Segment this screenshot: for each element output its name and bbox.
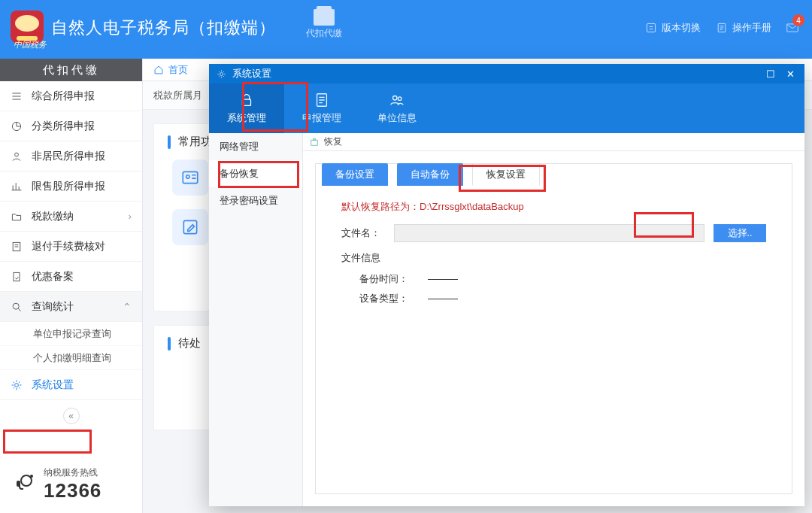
- side-item-label: 登录密码设置: [220, 194, 278, 208]
- file-input[interactable]: [394, 224, 704, 242]
- inner-tab-label: 备份设置: [335, 168, 374, 181]
- logo-subtext: 中国税务: [14, 39, 47, 50]
- breadcrumb-home: 首页: [168, 63, 188, 77]
- tab-report-management[interactable]: 申报管理: [284, 83, 359, 133]
- dialog-maximize-button[interactable]: ☐: [764, 68, 777, 80]
- sidebar-subitem-org-query[interactable]: 单位申报记录查询: [0, 322, 142, 346]
- file-info-title: 文件信息: [341, 251, 766, 265]
- dialog-sidebar: 网络管理 备份恢复 登录密码设置: [209, 133, 303, 506]
- app-header: 中国税务 自然人电子税务局（扣缴端） 代扣代缴 版本切换 操作手册 4: [0, 0, 812, 59]
- withholding-button[interactable]: 代扣代缴: [306, 6, 342, 40]
- dialog-subbody: 备份设置 自动备份 恢复设置 默认恢复路径为：D:\Zrrssglxt\data…: [303, 151, 804, 506]
- manual-label: 操作手册: [732, 21, 771, 35]
- sidebar-item-settings[interactable]: 系统设置: [0, 370, 142, 400]
- svg-rect-10: [17, 481, 20, 487]
- dialog-titlebar[interactable]: 系统设置 ☐ ✕: [209, 64, 804, 83]
- sidebar-item-label: 综合所得申报: [32, 90, 95, 103]
- mail-badge-count: 4: [792, 14, 804, 26]
- tile-edit[interactable]: [172, 209, 208, 245]
- restore-icon: [309, 137, 320, 147]
- home-icon: [153, 65, 164, 75]
- dialog-subheader-label: 恢复: [324, 135, 342, 148]
- bars-icon: [11, 181, 23, 193]
- version-switch-label: 版本切换: [662, 21, 701, 35]
- sidebar-item-label: 退付手续费核对: [32, 240, 105, 253]
- info-time-label: 备份时间：: [359, 273, 408, 284]
- person-icon: [11, 150, 23, 162]
- inner-tabstrip: 备份设置 自动备份 恢复设置: [322, 163, 540, 186]
- accent-bar-icon: [168, 135, 171, 149]
- tab-label: 申报管理: [302, 111, 341, 125]
- side-password[interactable]: 登录密码设置: [209, 187, 302, 214]
- inner-tab-recover-set[interactable]: 恢复设置: [472, 163, 540, 186]
- svg-point-4: [15, 153, 19, 156]
- svg-point-13: [186, 175, 189, 178]
- hint-prefix: 默认恢复路径为：: [341, 201, 420, 212]
- restore-card: 备份设置 自动备份 恢复设置 默认恢复路径为：D:\Zrrssglxt\data…: [315, 163, 792, 494]
- sidebar: 代扣代缴 综合所得申报 分类所得申报 非居民所得申报 限售股所得申报 税款缴纳 …: [0, 59, 143, 513]
- dialog-close-button[interactable]: ✕: [783, 68, 797, 80]
- sidebar-item-label: 优惠备案: [32, 270, 74, 284]
- group-icon: [389, 92, 405, 108]
- withholding-label: 代扣代缴: [306, 27, 342, 40]
- inner-tab-label: 恢复设置: [486, 168, 526, 181]
- app-title: 自然人电子税务局（扣缴端）: [51, 17, 276, 39]
- sidebar-title: 代扣代缴: [0, 59, 142, 81]
- form-icon: [314, 92, 330, 108]
- chevron-right-icon: ›: [129, 211, 132, 222]
- dialog-tabstrip: 系统管理 申报管理 单位信息: [209, 83, 804, 133]
- tax-period-label: 税款所属月: [153, 89, 202, 102]
- mail-button[interactable]: 4: [786, 22, 798, 34]
- tile-report[interactable]: [172, 159, 208, 196]
- id-icon: [180, 168, 200, 187]
- wallet-icon: [314, 9, 335, 26]
- file-row: 文件名： 选择..: [341, 224, 766, 242]
- manual-icon: [716, 22, 728, 34]
- hotline-label: 纳税服务热线: [44, 466, 102, 479]
- edit-icon: [180, 217, 200, 237]
- tab-org-info[interactable]: 单位信息: [359, 83, 435, 133]
- info-backup-time: 备份时间：: [341, 269, 766, 289]
- panel-pending-title: 待处: [178, 336, 201, 351]
- hotline: 纳税服务热线 12366: [15, 466, 102, 502]
- sidebar-item-query[interactable]: 查询统计 ⌃: [0, 292, 142, 322]
- sidebar-item-payment[interactable]: 税款缴纳 ›: [0, 202, 142, 232]
- svg-point-7: [13, 303, 19, 309]
- version-switch-link[interactable]: 版本切换: [645, 21, 701, 35]
- dialog-body: 网络管理 备份恢复 登录密码设置 恢复 备份设置 自动备份 恢复设置: [209, 133, 804, 506]
- svg-rect-0: [647, 23, 655, 32]
- settings-dialog: 系统设置 ☐ ✕ 系统管理 申报管理 单位信息 网络管理 备份恢复 登录密码设置…: [209, 64, 804, 506]
- side-backup-restore[interactable]: 备份恢复: [209, 160, 302, 187]
- svg-point-8: [15, 383, 19, 387]
- svg-rect-16: [243, 99, 251, 105]
- lock-icon: [238, 92, 255, 108]
- receipt-icon: [11, 241, 23, 253]
- sidebar-item-benefit[interactable]: 优惠备案: [0, 262, 142, 292]
- sidebar-item-label: 税款缴纳: [32, 210, 74, 223]
- sidebar-subitem-personal-query[interactable]: 个人扣缴明细查询: [0, 346, 142, 370]
- dialog-title: 系统设置: [232, 67, 271, 80]
- svg-rect-6: [14, 272, 20, 281]
- sidebar-item-comprehensive[interactable]: 综合所得申报: [0, 81, 142, 111]
- sidebar-collapse-button[interactable]: «: [63, 408, 80, 424]
- sidebar-item-nonresident[interactable]: 非居民所得申报: [0, 141, 142, 172]
- folder-icon: [11, 211, 23, 223]
- empty-value: [428, 279, 458, 280]
- sidebar-item-restricted[interactable]: 限售股所得申报: [0, 172, 142, 202]
- sidebar-item-label: 非居民所得申报: [32, 150, 105, 163]
- headset-icon: [15, 472, 38, 497]
- tab-system-management[interactable]: 系统管理: [209, 83, 284, 133]
- sidebar-item-label: 分类所得申报: [32, 120, 95, 133]
- gear-icon: [217, 69, 226, 79]
- side-network[interactable]: 网络管理: [209, 133, 302, 160]
- sidebar-item-label: 系统设置: [32, 378, 74, 392]
- manual-link[interactable]: 操作手册: [716, 21, 771, 35]
- dialog-main: 恢复 备份设置 自动备份 恢复设置 默认恢复路径为：D:\Zrrssglxt\d…: [303, 133, 804, 506]
- svg-point-18: [393, 96, 398, 101]
- inner-tab-auto-backup[interactable]: 自动备份: [397, 163, 463, 186]
- side-item-label: 网络管理: [220, 140, 259, 153]
- browse-button[interactable]: 选择..: [714, 224, 766, 242]
- sidebar-item-category[interactable]: 分类所得申报: [0, 111, 142, 141]
- sidebar-item-refund[interactable]: 退付手续费核对: [0, 232, 142, 262]
- inner-tab-backup-set[interactable]: 备份设置: [322, 163, 388, 186]
